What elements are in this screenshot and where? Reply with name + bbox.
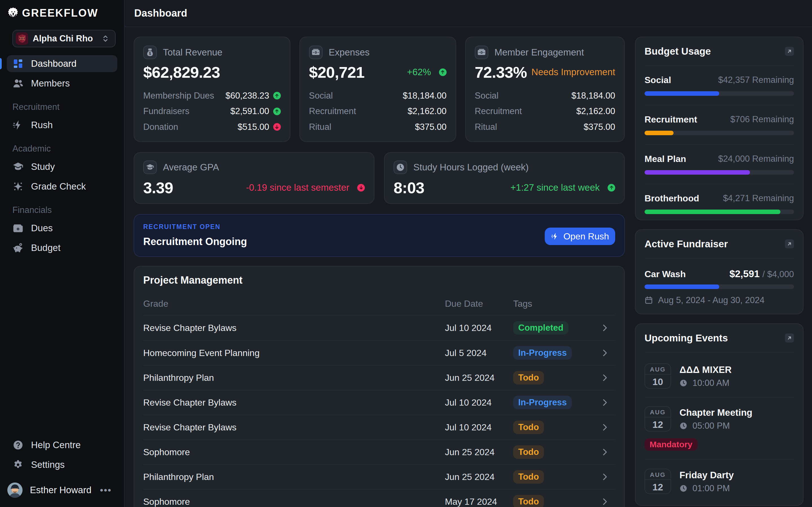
svg-text:$: $ [149, 51, 151, 56]
